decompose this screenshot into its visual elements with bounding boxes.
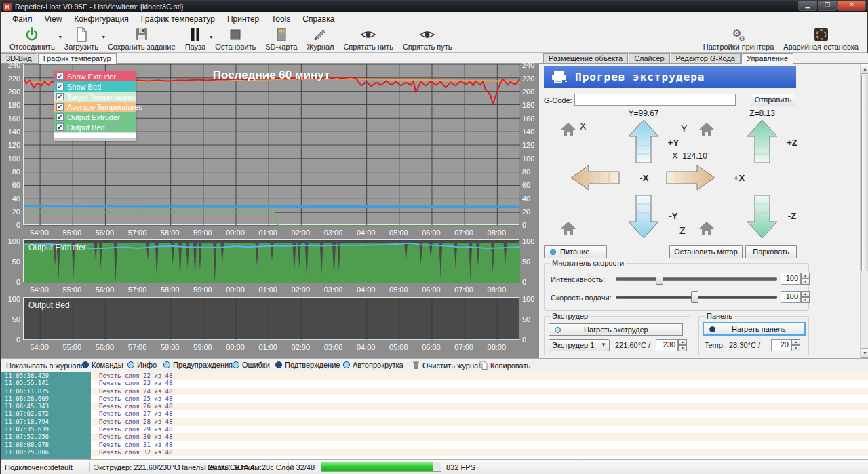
- jog-minus-z-button[interactable]: -Z: [747, 195, 777, 238]
- send-gcode-button[interactable]: Отправить: [751, 94, 795, 106]
- title-bar[interactable]: R Repetier-Host V0.95F - ListViewItem: {…: [1, 1, 867, 12]
- power-button[interactable]: Питание: [544, 245, 607, 258]
- extruder-target-spinner[interactable]: ▲▼: [678, 339, 687, 351]
- extruder-heat-led: [555, 327, 561, 333]
- flow-multiplier-value[interactable]: 100: [781, 273, 801, 285]
- legend-checkbox[interactable]: ✔: [56, 93, 64, 100]
- menu-item-Принтер[interactable]: Принтер: [221, 13, 265, 25]
- panel-scrollbar[interactable]: ▲ ▼: [860, 64, 868, 358]
- menu-item-График температур[interactable]: График температур: [135, 13, 221, 25]
- clear-log-button[interactable]: Очистить журнал: [412, 361, 483, 370]
- toolbar-button-Загрузить[interactable]: ▾Загрузить: [60, 26, 103, 51]
- feedrate-spinner[interactable]: ▲▼: [801, 291, 810, 303]
- home-x-icon[interactable]: [560, 122, 576, 137]
- log-message: Печать слоя 27 из 48: [91, 410, 868, 418]
- toolbar-button-Спрятать путь[interactable]: Спрятать путь: [398, 26, 457, 51]
- toolbar-button-Настройки принтера[interactable]: ⚙⚙Настройки принтера: [698, 26, 779, 51]
- legend-item-Output Extruder[interactable]: ✔Output Extruder: [54, 112, 136, 122]
- toolbar: ▾Отсоединить▾ЗагрузитьСохранить задание▾…: [1, 26, 867, 53]
- menu-item-Конфигурация[interactable]: Конфигурация: [68, 13, 135, 25]
- log-toggle-Автопрокрутка[interactable]: Автопрокрутка: [343, 361, 403, 369]
- scroll-up-button[interactable]: ▲: [861, 64, 868, 74]
- tab-Редактор G-Кода[interactable]: Редактор G-Кода: [671, 53, 741, 63]
- scroll-thumb[interactable]: [861, 75, 868, 271]
- home-z-icon[interactable]: [698, 221, 715, 236]
- bed-group: Панель Нагреть панель Temp. 28.30°C / 20…: [698, 316, 809, 355]
- y-tick-main: 180: [1, 101, 20, 109]
- pencil-icon: [312, 26, 328, 43]
- feedrate-slider[interactable]: [616, 291, 777, 303]
- legend-checkbox[interactable]: ✔: [56, 113, 64, 121]
- legend-checkbox[interactable]: ✔: [56, 123, 64, 131]
- scroll-down-button[interactable]: ▼: [861, 348, 868, 358]
- legend-item-Average Temperatures[interactable]: ✔Average Temperatures: [54, 102, 136, 112]
- tab-График температур[interactable]: График температур: [38, 53, 117, 64]
- legend-item-Output Bed[interactable]: ✔Output Bed: [54, 122, 136, 132]
- legend-checkbox[interactable]: ✔: [56, 83, 64, 90]
- heat-bed-button[interactable]: Нагреть панель: [703, 322, 806, 336]
- jog-minus-x-button[interactable]: -X: [571, 164, 620, 191]
- log-toggle-Подтверждение[interactable]: Подтверждение: [275, 361, 340, 369]
- log-toggle-Инфо[interactable]: Инфо: [127, 361, 157, 369]
- flow-multiplier-spinner[interactable]: ▲▼: [801, 273, 810, 285]
- jog-plus-x-button[interactable]: +X: [666, 164, 715, 191]
- jog-plus-y-button[interactable]: +Y: [629, 120, 658, 163]
- toolbar-button-Журнал[interactable]: Журнал: [302, 26, 338, 51]
- feedrate-value[interactable]: 100: [781, 291, 801, 303]
- axis-x-label: X: [580, 121, 586, 132]
- toolbar-button-Пауза[interactable]: ▾Пауза: [180, 26, 211, 51]
- toolbar-button-SD-карта[interactable]: SD-карта: [260, 26, 302, 51]
- home-y-icon[interactable]: [698, 122, 715, 137]
- x-tick-oe: 56:00: [90, 285, 119, 294]
- log-toggle-Предупраждения[interactable]: Предупраждения: [163, 361, 233, 369]
- file-icon: [73, 26, 90, 43]
- eye-icon: [419, 26, 435, 43]
- tab-Управление[interactable]: Управление: [741, 53, 793, 64]
- toolbar-button-Отсоединить[interactable]: ▾Отсоединить: [5, 26, 60, 51]
- bed-target-spinner[interactable]: ▲▼: [791, 339, 800, 351]
- log-output[interactable]: 11:05:38.420Печать слоя 22 из 4811:05:55…: [1, 372, 868, 459]
- control-panel: Прогрев экструдера G-Code: Отправить Y=9…: [538, 64, 868, 358]
- menu-item-Tools[interactable]: Tools: [265, 13, 296, 25]
- log-timestamp: 11:06:45.343: [1, 403, 91, 410]
- jog-minus-y-button[interactable]: -Y: [629, 195, 658, 238]
- legend-checkbox[interactable]: ✔: [56, 103, 64, 111]
- tab-Слайсер[interactable]: Слайсер: [629, 53, 669, 63]
- toolbar-button-label: SD-карта: [265, 43, 297, 51]
- log-toggle-Команды[interactable]: Команды: [82, 361, 123, 369]
- heat-extruder-button[interactable]: Нагреть экструдер: [549, 323, 683, 336]
- jog-plus-z-button[interactable]: +Z: [747, 120, 777, 163]
- toolbar-button-Сохранить задание[interactable]: Сохранить задание: [103, 26, 180, 51]
- legend-item-Target Temperatures[interactable]: ✔Target Temperatures: [54, 92, 136, 102]
- log-toggle-Ошибки[interactable]: Ошибки: [233, 361, 270, 369]
- stop-motor-button[interactable]: Остановить мотор: [669, 245, 743, 258]
- menu-item-Справка[interactable]: Справка: [296, 13, 340, 25]
- x-tick-ob: 54:00: [25, 343, 54, 351]
- toolbar-button-Остановить[interactable]: Остановить: [210, 26, 260, 51]
- extruder-select[interactable]: ▼Экструдер 1: [549, 339, 610, 351]
- legend-item-Show Extruder[interactable]: ✔Show Extruder: [54, 71, 136, 81]
- menu-item-View[interactable]: View: [39, 13, 68, 25]
- minimize-button[interactable]: ▁: [798, 1, 817, 11]
- legend-label: Show Extruder: [67, 73, 116, 81]
- extruder-target-input[interactable]: 230: [656, 339, 678, 351]
- park-button[interactable]: Парковать: [745, 245, 797, 258]
- status-bar: Подключено:default Экструдер: 221.60/230…: [1, 459, 868, 474]
- menu-item-Файл[interactable]: Файл: [6, 13, 39, 25]
- x-tick-main: 54:00: [25, 229, 54, 237]
- legend-item-Show Bed[interactable]: ✔Show Bed: [54, 81, 136, 92]
- close-button[interactable]: ✕: [837, 1, 866, 11]
- gcode-input[interactable]: [574, 94, 736, 106]
- flow-multiplier-slider[interactable]: [616, 273, 777, 285]
- bed-target-input[interactable]: 20: [771, 339, 791, 351]
- tab-Размещение объекта[interactable]: Размещение объекта: [543, 53, 628, 63]
- restore-button[interactable]: ❐: [818, 1, 837, 11]
- log-filter-label: Показывать в журнале:: [6, 361, 87, 370]
- toolbar-button-label: Загрузить: [64, 43, 98, 51]
- copy-log-button[interactable]: Копировать: [479, 361, 530, 370]
- legend-checkbox[interactable]: ✔: [56, 73, 64, 80]
- log-row: 11:07:18.794Печать слоя 28 из 48: [1, 418, 868, 426]
- toolbar-button-Спрятать нить[interactable]: Спрятать нить: [338, 26, 397, 51]
- home-all-icon[interactable]: [560, 221, 576, 236]
- toolbar-button-Аварийная остановка[interactable]: Аварийная остановка: [778, 26, 863, 51]
